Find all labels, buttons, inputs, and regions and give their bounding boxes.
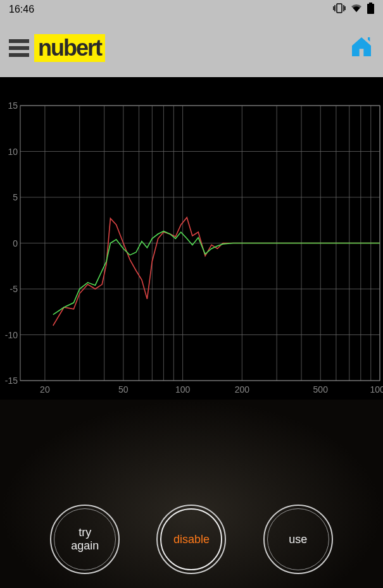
y-tick-label: -15 (1, 376, 18, 386)
svg-rect-2 (367, 4, 374, 14)
brand-logo: nubert (34, 34, 105, 62)
app-header: nubert (0, 19, 383, 77)
use-button[interactable]: use (263, 505, 333, 574)
x-tick-label: 50 (118, 384, 129, 395)
svg-rect-1 (369, 3, 372, 4)
try-again-button[interactable]: try again (50, 505, 120, 574)
status-bar: 16:46 (0, 0, 383, 19)
x-tick-label: 200 (235, 384, 249, 395)
vibrate-icon (333, 3, 346, 16)
svg-rect-0 (337, 4, 342, 13)
wifi-icon (351, 4, 362, 15)
y-tick-label: -10 (1, 330, 18, 340)
status-time: 16:46 (9, 4, 34, 15)
bottom-panel: try again disable use (0, 400, 383, 588)
y-tick-label: 15 (1, 101, 18, 111)
x-tick-label: 20 (40, 384, 50, 395)
x-tick-label: 500 (313, 384, 328, 395)
y-tick-label: 10 (1, 147, 18, 157)
menu-button[interactable] (9, 39, 29, 57)
y-tick-label: -5 (1, 284, 18, 294)
y-tick-label: 0 (1, 238, 18, 248)
frequency-response-chart: 151050-5-10-15 20501002005001000 (0, 77, 383, 400)
disable-button[interactable]: disable (156, 505, 226, 574)
battery-icon (367, 3, 374, 16)
brand-text: nubert (38, 35, 101, 61)
chart-plot (0, 77, 383, 400)
home-button[interactable] (349, 34, 374, 62)
y-tick-label: 5 (1, 192, 18, 202)
x-tick-label: 1000 (370, 384, 383, 395)
x-tick-label: 100 (175, 384, 190, 395)
